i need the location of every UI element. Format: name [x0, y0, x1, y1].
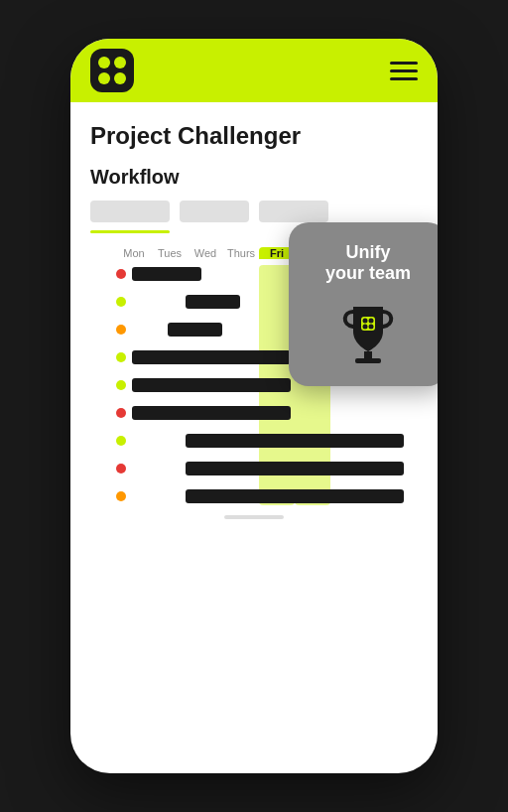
logo-dot-br	[114, 72, 126, 84]
svg-point-5	[363, 325, 368, 330]
project-title: Project Challenger	[90, 122, 418, 150]
task-bar-8	[186, 462, 404, 475]
task-dot-7	[116, 436, 126, 446]
trophy-icon	[333, 297, 403, 366]
popup-title: Unifyyour team	[325, 242, 411, 285]
day-mon1: Mon	[116, 247, 152, 259]
task-bar-area-9	[132, 489, 418, 503]
task-dot-4	[116, 352, 126, 362]
svg-point-4	[369, 319, 374, 324]
task-bar-4	[132, 350, 291, 364]
task-dot-1	[116, 269, 126, 279]
task-dot-8	[116, 464, 126, 474]
popup-card: Unifyyour team	[289, 222, 438, 386]
task-row-8	[116, 460, 418, 477]
svg-rect-0	[364, 351, 372, 359]
task-bar-area-7	[132, 434, 418, 448]
menu-button[interactable]	[390, 62, 418, 80]
menu-line-3	[390, 77, 418, 80]
task-bar-5	[132, 378, 291, 392]
main-content: Project Challenger Workflow Mon Tues Wed…	[70, 102, 438, 773]
filter-tabs	[90, 201, 418, 222]
app-logo	[90, 49, 134, 92]
logo-dot-tl	[98, 57, 110, 68]
task-bar-6	[132, 406, 291, 420]
task-row-7	[116, 432, 418, 450]
filter-tab-2[interactable]	[180, 201, 249, 222]
phone-frame: Project Challenger Workflow Mon Tues Wed…	[70, 39, 438, 773]
timeline-section: Mon Tues Wed Thurs Fri Sat Sun Mon	[90, 247, 418, 505]
menu-line-1	[390, 62, 418, 65]
task-bar-area-6	[132, 406, 418, 420]
scroll-indicator	[224, 515, 284, 519]
task-dot-3	[116, 325, 126, 335]
day-tues: Tues	[152, 247, 188, 259]
task-dot-9	[116, 491, 126, 501]
svg-rect-2	[361, 317, 375, 331]
menu-line-2	[390, 69, 418, 72]
task-dot-2	[116, 297, 126, 307]
task-row-9	[116, 487, 418, 505]
filter-tab-3[interactable]	[259, 201, 328, 222]
svg-rect-1	[355, 358, 381, 363]
day-thurs: Thurs	[223, 247, 259, 259]
task-bar-2	[186, 295, 240, 309]
logo-dot-tr	[114, 57, 126, 68]
filter-tab-1[interactable]	[90, 201, 170, 222]
task-bar-9	[186, 489, 404, 503]
workflow-title: Workflow	[90, 166, 418, 189]
task-bar-7	[186, 434, 404, 448]
app-header	[70, 39, 438, 102]
task-bar-area-8	[132, 462, 418, 475]
task-dot-6	[116, 408, 126, 418]
day-wed: Wed	[188, 247, 223, 259]
svg-point-3	[363, 319, 368, 324]
task-bar-3	[168, 323, 222, 337]
active-tab-indicator	[90, 230, 170, 233]
logo-dot-bl	[98, 72, 110, 84]
task-row-6	[116, 404, 418, 422]
task-dot-5	[116, 380, 126, 390]
svg-point-6	[369, 325, 374, 330]
task-bar-1	[132, 267, 201, 281]
